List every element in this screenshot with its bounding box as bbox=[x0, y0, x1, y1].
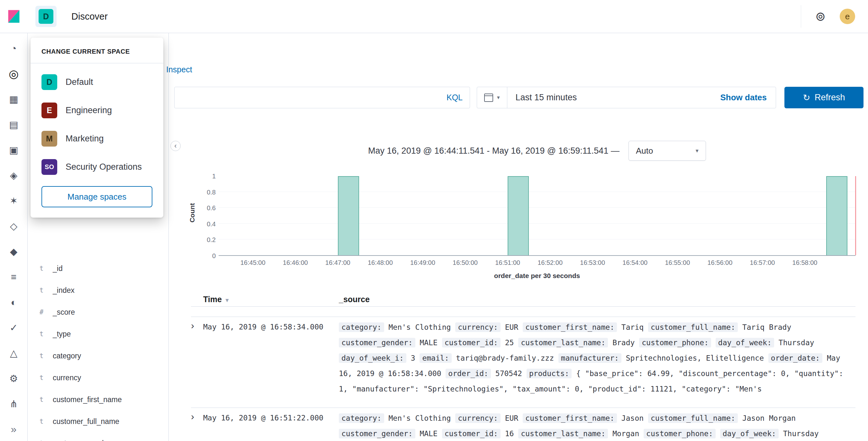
inspect-link[interactable]: Inspect bbox=[166, 65, 192, 74]
histogram-plot[interactable] bbox=[219, 176, 856, 256]
field-name: customer_first_name bbox=[53, 396, 122, 404]
time-column-header[interactable]: Time▼ bbox=[203, 295, 339, 304]
field-name-badge: customer_last_name: bbox=[518, 429, 608, 438]
kibana-logo[interactable] bbox=[0, 9, 28, 24]
field-name: customer_full_name bbox=[53, 417, 119, 426]
time-cell: May 16, 2019 @ 16:51:22.000 bbox=[203, 408, 339, 441]
x-tick-label: 16:49:00 bbox=[410, 259, 435, 266]
discover-main: ‹ May 16, 2019 @ 16:44:11.541 - May 16, … bbox=[169, 123, 868, 441]
field-name-badge: customer_gender: bbox=[339, 338, 415, 347]
field-item-category[interactable]: tcategory bbox=[28, 345, 168, 367]
field-name: _id bbox=[53, 264, 63, 273]
field-name: customer_gender bbox=[53, 439, 110, 441]
current-space-avatar: D bbox=[38, 9, 53, 24]
collapse-sidebar-button[interactable]: ‹ bbox=[170, 141, 181, 151]
x-tick-label: 16:58:00 bbox=[793, 259, 817, 266]
field-name-badge: products: bbox=[527, 369, 572, 378]
field-name: currency bbox=[53, 374, 81, 382]
help-icon[interactable]: ⊚ bbox=[815, 10, 826, 23]
time-range-value[interactable]: Last 15 minutes bbox=[507, 93, 577, 102]
time-range-picker: ▾ Last 15 minutes Show dates bbox=[477, 87, 776, 108]
x-axis-label: order_date per 30 seconds bbox=[219, 272, 856, 280]
space-list: DDefaultEEngineeringMMarketingSOSecurity… bbox=[31, 63, 163, 182]
x-tick-label: 16:55:00 bbox=[665, 259, 690, 266]
field-type-icon: t bbox=[37, 374, 45, 381]
logs-nav-icon[interactable]: ≡ bbox=[0, 264, 27, 290]
field-item-_score[interactable]: #_score bbox=[28, 301, 168, 323]
apm-nav-icon[interactable]: ◐ bbox=[0, 290, 27, 315]
kql-label[interactable]: KQL bbox=[446, 93, 463, 102]
space-avatar: SO bbox=[41, 159, 57, 175]
source-cell: category: Men's Clothing currency: EUR c… bbox=[339, 408, 856, 441]
space-avatar: E bbox=[41, 102, 57, 118]
maps-nav-icon[interactable]: ◈ bbox=[0, 163, 27, 188]
refresh-button[interactable]: ↻ Refresh bbox=[784, 87, 864, 108]
sort-caret-icon: ▼ bbox=[224, 297, 230, 304]
stack-monitoring-nav-icon[interactable]: ⋔ bbox=[0, 391, 27, 416]
metrics-nav-icon[interactable]: ◆ bbox=[0, 239, 27, 264]
space-item-engineering[interactable]: EEngineering bbox=[41, 96, 152, 124]
field-item-customer_first_name[interactable]: tcustomer_first_name bbox=[28, 388, 168, 410]
visualize-nav-icon[interactable]: ▦ bbox=[0, 87, 27, 112]
recently-viewed-nav-icon[interactable]: ◔ bbox=[0, 36, 27, 61]
canvas-nav-icon[interactable]: ▣ bbox=[0, 137, 27, 163]
chevron-down-icon: ▾ bbox=[696, 147, 699, 154]
siem-nav-icon[interactable]: △ bbox=[0, 340, 27, 366]
histogram-bar[interactable] bbox=[507, 176, 529, 255]
discover-nav-icon[interactable]: ◎ bbox=[0, 61, 27, 87]
x-tick-label: 16:52:00 bbox=[537, 259, 563, 266]
field-item-currency[interactable]: tcurrency bbox=[28, 367, 168, 388]
field-item-_index[interactable]: t_index bbox=[28, 279, 168, 301]
space-popover: CHANGE CURRENT SPACE DDefaultEEngineerin… bbox=[31, 38, 163, 218]
query-input[interactable] bbox=[182, 93, 446, 102]
dashboard-nav-icon[interactable]: ▤ bbox=[0, 112, 27, 137]
space-avatar: M bbox=[41, 131, 57, 147]
refresh-icon: ↻ bbox=[803, 93, 810, 103]
refresh-label: Refresh bbox=[815, 93, 845, 102]
field-item-_type[interactable]: t_type bbox=[28, 323, 168, 345]
current-space-button[interactable]: D bbox=[35, 6, 57, 27]
field-name-badge: customer_phone: bbox=[644, 429, 716, 438]
user-avatar[interactable]: e bbox=[840, 9, 855, 24]
uptime-nav-icon[interactable]: ✓ bbox=[0, 315, 27, 340]
x-tick-label: 16:56:00 bbox=[707, 259, 732, 266]
table-row: ›May 16, 2019 @ 16:58:34.000category: Me… bbox=[191, 317, 856, 408]
field-item-customer_gender[interactable]: tcustomer_gender bbox=[28, 432, 168, 441]
space-item-marketing[interactable]: MMarketing bbox=[41, 124, 152, 153]
field-name-badge: customer_last_name: bbox=[518, 338, 608, 347]
field-item-customer_full_name[interactable]: tcustomer_full_name bbox=[28, 410, 168, 432]
field-name-badge: order_date: bbox=[768, 353, 823, 363]
expand-row-button[interactable]: › bbox=[191, 408, 203, 441]
show-dates-button[interactable]: Show dates bbox=[720, 93, 776, 102]
machine-learning-nav-icon[interactable]: ✶ bbox=[0, 188, 27, 214]
graph-nav-icon[interactable]: ◇ bbox=[0, 214, 27, 239]
topbar-right-controls: ⊚ e bbox=[801, 5, 868, 28]
calendar-dropdown-button[interactable]: ▾ bbox=[477, 87, 507, 108]
x-tick-label: 16:51:00 bbox=[495, 259, 520, 266]
app-rail: ◔◎▦▤▣◈✶◇◆≡◐✓△⚙⋔» bbox=[0, 33, 28, 441]
expand-row-button[interactable]: › bbox=[191, 317, 203, 408]
space-name: Security Operations bbox=[66, 162, 142, 172]
top-bar: D Discover ⊚ e bbox=[0, 0, 868, 33]
x-tick-label: 16:57:00 bbox=[750, 259, 775, 266]
interval-select[interactable]: Auto ▾ bbox=[628, 141, 706, 161]
space-item-security-operations[interactable]: SOSecurity Operations bbox=[41, 153, 152, 181]
calendar-icon bbox=[484, 94, 493, 102]
field-name-badge: email: bbox=[420, 353, 452, 363]
y-tick-label: 1 bbox=[212, 172, 216, 180]
field-name-badge: day_of_week: bbox=[716, 338, 774, 347]
x-tick-label: 16:46:00 bbox=[283, 259, 308, 266]
dev-tools-nav-icon[interactable]: ⚙ bbox=[0, 366, 27, 391]
manage-spaces-button[interactable]: Manage spaces bbox=[41, 186, 152, 207]
x-tick-label: 16:53:00 bbox=[580, 259, 605, 266]
histogram-bar[interactable] bbox=[338, 176, 359, 255]
field-type-icon: t bbox=[37, 352, 45, 360]
collapse-nav-icon[interactable]: » bbox=[11, 423, 17, 435]
space-item-default[interactable]: DDefault bbox=[41, 68, 152, 96]
field-item-_id[interactable]: t_id bbox=[28, 257, 168, 279]
x-tick-label: 16:45:00 bbox=[241, 259, 266, 266]
x-tick-label: 16:47:00 bbox=[326, 259, 350, 266]
histogram-bar[interactable] bbox=[826, 176, 847, 255]
field-type-icon: t bbox=[37, 439, 45, 441]
source-column-header: _source bbox=[339, 295, 856, 304]
